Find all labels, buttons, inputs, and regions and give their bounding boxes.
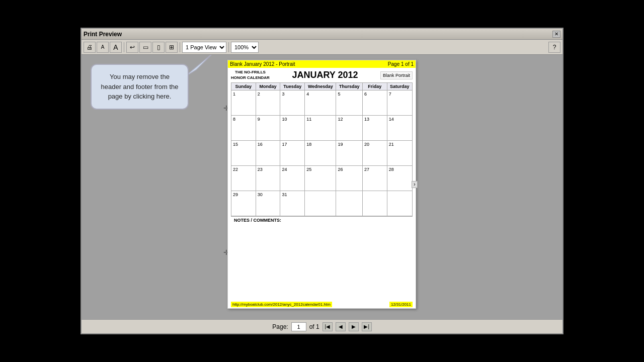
portrait-button[interactable]: ▭ bbox=[139, 42, 151, 53]
help-button[interactable]: ? bbox=[548, 42, 560, 53]
print-preview-window: Print Preview ✕ 🖨 A A ↩ ▭ ▯ ⊞ 1 Page Vie… bbox=[80, 28, 564, 334]
page-number-input[interactable] bbox=[291, 322, 306, 331]
calendar-cell: 25 bbox=[305, 166, 336, 191]
text-larger-button[interactable]: A bbox=[110, 42, 122, 53]
calendar-header: THE NO-FRILLS HONOR CALENDAR JANUARY 201… bbox=[231, 70, 413, 80]
view-select[interactable]: 1 Page View 2 Page View bbox=[182, 42, 226, 53]
separator-3 bbox=[228, 42, 229, 52]
blank-portrait-button[interactable]: Blank Portrait bbox=[380, 71, 413, 79]
calendar-cell: 29 bbox=[231, 191, 256, 216]
calendar-cell: 23 bbox=[256, 166, 280, 191]
col-wednesday: Wednesday bbox=[305, 83, 336, 90]
calendar-cell: 28 bbox=[387, 166, 412, 191]
title-bar: Print Preview ✕ bbox=[82, 29, 562, 40]
col-thursday: Thursday bbox=[336, 83, 362, 90]
col-monday: Monday bbox=[256, 83, 280, 90]
calendar-cell: 9 bbox=[256, 116, 280, 141]
col-friday: Friday bbox=[362, 83, 387, 90]
toolbar: 🖨 A A ↩ ▭ ▯ ⊞ 1 Page View 2 Page View 10… bbox=[82, 40, 562, 55]
calendar-cell: 22 bbox=[231, 166, 256, 191]
col-tuesday: Tuesday bbox=[280, 83, 305, 90]
calendar-cell: 5 bbox=[336, 90, 362, 116]
footer-url: http://myboatclub.com/2012/anyc_2012cale… bbox=[231, 302, 332, 307]
calendar-cell: 19 bbox=[336, 141, 362, 166]
landscape-button[interactable]: ▯ bbox=[152, 42, 165, 53]
page-setup-button[interactable]: ⊞ bbox=[166, 42, 178, 53]
col-saturday: Saturday bbox=[387, 83, 412, 90]
calendar-cell: 17 bbox=[280, 141, 305, 166]
calendar-cell: 3 bbox=[280, 90, 305, 116]
header-left: Blank January 2012 - Portrait bbox=[230, 61, 295, 67]
calendar-cell: 15 bbox=[231, 141, 256, 166]
calendar-cell: 16 bbox=[256, 141, 280, 166]
calendar-cell: 27 bbox=[362, 166, 387, 191]
prev-page-button[interactable]: ◀ bbox=[336, 322, 346, 331]
zoom-select[interactable]: 100% 75% 50% 150% bbox=[231, 42, 259, 53]
calendar-cell: 14 bbox=[387, 116, 412, 141]
notes-bar: NOTES / COMMENTS: bbox=[231, 216, 413, 224]
calendar-cell: 21 bbox=[387, 141, 412, 166]
calendar-cell: 11 bbox=[305, 116, 336, 141]
calendar-cell: 13 bbox=[362, 116, 387, 141]
calendar-body: 1234567891011121314151617181920212223242… bbox=[231, 90, 413, 216]
calendar-cell: 31 bbox=[280, 191, 305, 216]
back-button[interactable]: ↩ bbox=[126, 42, 138, 53]
calendar-cell bbox=[362, 191, 387, 216]
calendar-cell: 12 bbox=[336, 116, 362, 141]
window-title: Print Preview bbox=[84, 31, 122, 38]
calendar-cell: 4 bbox=[305, 90, 336, 116]
separator-1 bbox=[124, 42, 124, 52]
calendar-cell: 26 bbox=[336, 166, 362, 191]
next-page-button[interactable]: ▶ bbox=[349, 322, 359, 331]
page-footer-section[interactable]: http://myboatclub.com/2012/anyc_2012cale… bbox=[228, 301, 416, 308]
calendar-cell bbox=[387, 191, 412, 216]
calendar-cell: 20 bbox=[362, 141, 387, 166]
first-page-button[interactable]: |◀ bbox=[323, 322, 333, 331]
calendar-cell: 1 bbox=[231, 90, 256, 116]
calendar-cell: 7 bbox=[387, 90, 412, 116]
calendar-grid: Sunday Monday Tuesday Wednesday Thursday… bbox=[231, 82, 413, 216]
toggle-arrow-button[interactable]: › bbox=[412, 181, 418, 188]
page-header[interactable]: Blank January 2012 - Portrait Page 1 of … bbox=[228, 60, 416, 68]
status-bar: Page: of 1 |◀ ◀ ▶ ▶| bbox=[82, 319, 562, 333]
calendar-cell: 10 bbox=[280, 116, 305, 141]
calendar-cell: 24 bbox=[280, 166, 305, 191]
preview-area: You may remove the header and footer fro… bbox=[82, 55, 562, 319]
calendar-content: THE NO-FRILLS HONOR CALENDAR JANUARY 201… bbox=[228, 68, 416, 226]
calendar-month-title: JANUARY 2012 bbox=[292, 70, 358, 80]
last-page-button[interactable]: ▶| bbox=[362, 322, 372, 331]
print-button[interactable]: 🖨 bbox=[84, 42, 96, 53]
calendar-subtitle: THE NO-FRILLS HONOR CALENDAR bbox=[231, 70, 270, 80]
footer-date: 12/31/2011 bbox=[389, 302, 413, 307]
page-document: Blank January 2012 - Portrait Page 1 of … bbox=[227, 60, 416, 309]
calendar-cell: 2 bbox=[256, 90, 280, 116]
calendar-cell: 30 bbox=[256, 191, 280, 216]
separator-2 bbox=[180, 42, 180, 52]
page-footer: http://myboatclub.com/2012/anyc_2012cale… bbox=[228, 301, 416, 308]
header-right: Page 1 of 1 bbox=[388, 61, 414, 67]
of-label: of 1 bbox=[309, 323, 319, 330]
calendar-cell bbox=[305, 191, 336, 216]
page-label: Page: bbox=[272, 323, 288, 330]
text-smaller-button[interactable]: A bbox=[97, 42, 109, 53]
calendar-cell: 6 bbox=[362, 90, 387, 116]
speech-bubble[interactable]: You may remove the header and footer fro… bbox=[91, 64, 189, 110]
calendar-cell: 8 bbox=[231, 116, 256, 141]
close-button[interactable]: ✕ bbox=[552, 31, 560, 38]
col-sunday: Sunday bbox=[231, 83, 256, 90]
bubble-text: You may remove the header and footer fro… bbox=[91, 64, 189, 110]
calendar-cell: 18 bbox=[305, 141, 336, 166]
calendar-cell bbox=[336, 191, 362, 216]
